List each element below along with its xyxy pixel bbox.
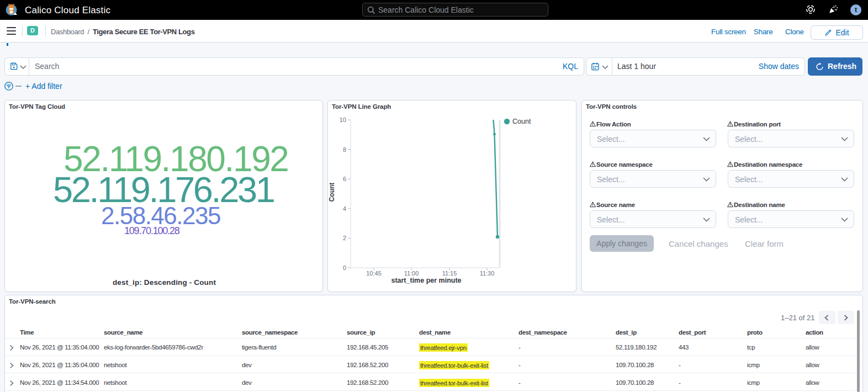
- svg-text:11:30: 11:30: [480, 270, 495, 277]
- svg-text:11:00: 11:00: [404, 270, 419, 277]
- svg-text:10: 10: [340, 116, 346, 123]
- svg-text:2: 2: [343, 235, 346, 241]
- svg-text:10:45: 10:45: [366, 270, 382, 277]
- svg-text:Count: Count: [512, 118, 531, 125]
- svg-text:8: 8: [343, 146, 346, 153]
- svg-text:6: 6: [343, 176, 346, 182]
- svg-text:11:15: 11:15: [442, 270, 457, 277]
- svg-text:0: 0: [343, 264, 346, 271]
- svg-text:start_time per minute: start_time per minute: [391, 277, 461, 284]
- svg-text:Count: Count: [328, 183, 336, 202]
- svg-text:4: 4: [343, 205, 346, 212]
